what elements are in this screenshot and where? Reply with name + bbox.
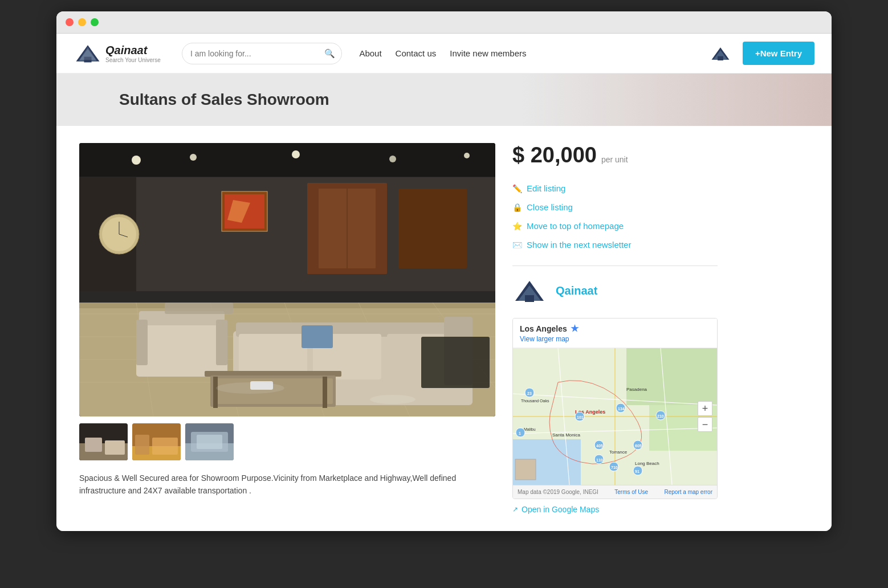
page-title: Sultans of Sales Showroom bbox=[119, 91, 814, 109]
svg-point-12 bbox=[389, 156, 396, 162]
title-bar bbox=[56, 11, 832, 34]
svg-rect-77 bbox=[626, 348, 717, 405]
svg-point-11 bbox=[292, 150, 300, 158]
nav-link-contact[interactable]: Contact us bbox=[396, 48, 437, 58]
map-container: Los Angeles ★ View larger map bbox=[512, 318, 718, 499]
svg-rect-71 bbox=[197, 435, 222, 449]
svg-text:Pasadena: Pasadena bbox=[626, 387, 647, 392]
svg-rect-41 bbox=[136, 320, 148, 365]
svg-rect-66 bbox=[135, 435, 149, 455]
thumbnail-2[interactable] bbox=[132, 423, 181, 460]
svg-text:134: 134 bbox=[618, 407, 625, 411]
action-edit: ✏️ Edit listing bbox=[512, 179, 718, 198]
svg-rect-67 bbox=[152, 438, 178, 455]
price-area: $ 20,000 per unit bbox=[512, 143, 718, 168]
listing-price: $ 20,000 bbox=[512, 143, 597, 168]
logo-text: Qainaat Search Your Universe bbox=[105, 44, 161, 63]
svg-point-10 bbox=[190, 154, 197, 161]
thumbnail-3[interactable] bbox=[185, 423, 234, 460]
minimize-window-button[interactable] bbox=[78, 18, 86, 26]
map-header: Los Angeles ★ View larger map bbox=[513, 318, 717, 348]
map-city-name: Los Angeles bbox=[520, 324, 567, 333]
seller-card: Qainaat bbox=[512, 275, 718, 307]
seller-name[interactable]: Qainaat bbox=[556, 284, 597, 297]
svg-text:23: 23 bbox=[527, 391, 532, 395]
main-content: Spacious & Well Secured area for Showroo… bbox=[56, 126, 832, 531]
logo[interactable]: Qainaat Search Your Universe bbox=[74, 40, 170, 66]
close-window-button[interactable] bbox=[66, 18, 74, 26]
svg-rect-112 bbox=[515, 459, 536, 480]
open-maps-link[interactable]: Open in Google Maps bbox=[522, 505, 599, 514]
listing-description: Spacious & Well Secured area for Showroo… bbox=[79, 472, 495, 497]
map-report-link[interactable]: Report a map error bbox=[665, 489, 712, 495]
svg-rect-74 bbox=[525, 295, 534, 302]
svg-text:710: 710 bbox=[611, 466, 618, 469]
action-newsletter: ✉️ Show in the next newsletter bbox=[512, 235, 718, 254]
zoom-in-button[interactable]: + bbox=[698, 401, 712, 416]
newsletter-link[interactable]: Show in the next newsletter bbox=[527, 240, 631, 250]
lock-icon: 🔒 bbox=[512, 203, 522, 212]
thumb-1-image bbox=[79, 423, 128, 460]
map-data-attribution: Map data ©2019 Google, INEGI bbox=[518, 489, 598, 495]
map-zoom-controls: + − bbox=[698, 401, 712, 432]
map-star-icon: ★ bbox=[571, 323, 579, 334]
map-svg: Los Angeles Pasadena Thousand Oaks Malib… bbox=[513, 348, 717, 485]
svg-point-59 bbox=[370, 395, 416, 404]
svg-text:Thousand Oaks: Thousand Oaks bbox=[521, 399, 549, 403]
edit-icon: ✏️ bbox=[512, 184, 522, 193]
actions-list: ✏️ Edit listing 🔒 Close listing ⭐ Move t… bbox=[512, 179, 718, 254]
logo-icon bbox=[74, 40, 102, 66]
nav-links: About Contact us Invite new members bbox=[359, 48, 526, 58]
svg-text:Torrance: Torrance bbox=[609, 450, 628, 455]
main-listing-image[interactable] bbox=[79, 143, 495, 416]
thumbnail-1[interactable] bbox=[79, 423, 128, 460]
svg-text:Malibu: Malibu bbox=[524, 427, 536, 431]
svg-point-9 bbox=[132, 156, 141, 165]
page-banner: Sultans of Sales Showroom bbox=[56, 74, 832, 126]
svg-text:405: 405 bbox=[596, 444, 603, 448]
app-window: Qainaat Search Your Universe 🔍 About Con… bbox=[56, 11, 832, 531]
seller-logo-icon bbox=[512, 275, 547, 307]
svg-rect-50 bbox=[302, 325, 333, 348]
map-visual[interactable]: Los Angeles Pasadena Thousand Oaks Malib… bbox=[513, 348, 717, 485]
thumbnail-list bbox=[79, 423, 495, 460]
svg-point-58 bbox=[216, 382, 284, 394]
search-icon: 🔍 bbox=[324, 48, 335, 59]
svg-text:Santa Monica: Santa Monica bbox=[552, 432, 580, 438]
new-entry-button[interactable]: +New Entry bbox=[743, 42, 814, 65]
nav-link-about[interactable]: About bbox=[359, 48, 381, 58]
svg-rect-62 bbox=[85, 438, 102, 452]
external-link-icon: ↗ bbox=[512, 505, 518, 513]
right-column: $ 20,000 per unit ✏️ Edit listing 🔒 Clos… bbox=[512, 143, 718, 514]
star-icon: ⭐ bbox=[512, 222, 522, 231]
maximize-window-button[interactable] bbox=[91, 18, 99, 26]
svg-text:91: 91 bbox=[635, 469, 639, 473]
thumb-2-image bbox=[132, 423, 181, 460]
navbar: Qainaat Search Your Universe 🔍 About Con… bbox=[56, 34, 832, 74]
mail-icon: ✉️ bbox=[512, 240, 522, 250]
svg-rect-55 bbox=[213, 377, 218, 408]
edit-listing-link[interactable]: Edit listing bbox=[527, 183, 565, 193]
view-larger-map-link[interactable]: View larger map bbox=[520, 335, 710, 343]
svg-rect-51 bbox=[421, 337, 490, 388]
svg-rect-63 bbox=[105, 440, 125, 455]
svg-rect-6 bbox=[718, 56, 723, 60]
header-logo-icon bbox=[710, 44, 731, 63]
nav-link-invite[interactable]: Invite new members bbox=[450, 48, 526, 58]
showroom-image-svg bbox=[79, 143, 495, 416]
search-bar: 🔍 bbox=[182, 43, 342, 64]
thumb-3-image bbox=[185, 423, 234, 460]
map-terms-link[interactable]: Terms of Use bbox=[614, 489, 648, 495]
svg-rect-42 bbox=[216, 320, 227, 365]
logo-name: Qainaat bbox=[105, 44, 161, 57]
search-input[interactable] bbox=[182, 43, 342, 64]
divider bbox=[512, 266, 718, 266]
svg-text:210: 210 bbox=[657, 414, 664, 418]
move-top-link[interactable]: Move to top of homepage bbox=[527, 221, 624, 231]
svg-text:101: 101 bbox=[577, 415, 584, 419]
svg-text:605: 605 bbox=[635, 444, 642, 448]
map-city: Los Angeles ★ bbox=[520, 323, 710, 334]
zoom-out-button[interactable]: − bbox=[698, 417, 712, 432]
svg-text:110: 110 bbox=[596, 458, 603, 462]
close-listing-link[interactable]: Close listing bbox=[527, 202, 573, 212]
